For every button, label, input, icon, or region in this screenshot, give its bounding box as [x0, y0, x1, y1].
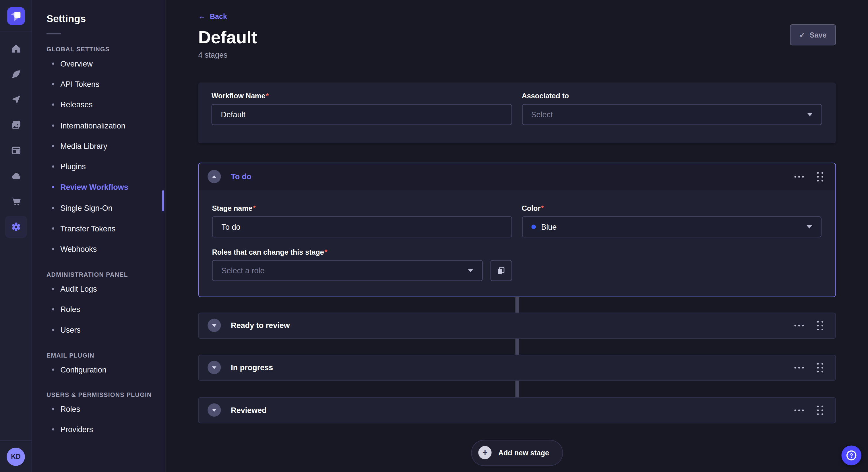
sidebar-item-up-roles[interactable]: Roles [46, 399, 165, 419]
sidebar-item-admin-roles[interactable]: Roles [46, 299, 165, 320]
sidebar-item-internationalization[interactable]: Internationalization [46, 115, 165, 136]
section-users-permissions-plugin: USERS & PERMISSIONS PLUGIN Roles Provide… [46, 392, 165, 440]
sidebar-item-admin-users[interactable]: Users [46, 319, 165, 340]
back-link[interactable]: ← Back [198, 11, 227, 22]
more-options-icon[interactable] [794, 173, 804, 179]
logo-section [0, 0, 32, 32]
sidebar-item-up-providers[interactable]: Providers [46, 419, 165, 440]
sidebar-scrollbar-thumb[interactable] [162, 191, 164, 211]
stage-roles-field: Roles that can change this stage* Select… [212, 248, 512, 281]
bullet-icon [52, 103, 54, 106]
section-email-plugin: EMAIL PLUGIN Configuration [46, 352, 165, 380]
settings-gear-icon[interactable] [5, 216, 27, 238]
required-asterisk: * [541, 204, 544, 212]
more-options-icon[interactable] [794, 407, 804, 413]
plus-icon: + [478, 446, 492, 459]
bullet-icon [52, 248, 54, 250]
associated-to-label: Associated to [522, 92, 822, 100]
rail-footer: KD [0, 440, 32, 472]
sidebar-item-email-configuration[interactable]: Configuration [46, 359, 165, 380]
chevron-up-icon [212, 175, 216, 178]
sidebar-item-plugins[interactable]: Plugins [46, 156, 165, 177]
page-title: Default [198, 27, 836, 47]
expand-toggle-button[interactable] [208, 403, 221, 417]
stage-actions [794, 362, 824, 373]
add-new-stage-button[interactable]: + Add new stage [471, 440, 563, 466]
stage-name-label: Stage name* [212, 204, 512, 212]
chevron-down-icon [212, 324, 216, 327]
marketplace-cart-icon[interactable] [5, 191, 27, 212]
stage-form: Stage name* Color* Blue [198, 190, 835, 296]
stage-roles-select[interactable]: Select a role [212, 260, 483, 281]
save-button[interactable]: ✓ Save [790, 24, 836, 45]
associated-to-field: Associated to Select [522, 92, 822, 143]
help-button[interactable]: ? [841, 445, 861, 465]
stage-title: In progress [231, 363, 794, 372]
stage-color-field: Color* Blue [522, 204, 822, 237]
chevron-down-icon [212, 366, 216, 369]
workflow-name-field: Workflow Name* [212, 92, 512, 143]
expand-toggle-button[interactable] [208, 361, 221, 374]
bullet-icon [52, 207, 54, 209]
associated-to-select[interactable]: Select [522, 104, 822, 125]
chevron-down-icon [212, 409, 216, 411]
duplicate-roles-button[interactable] [490, 260, 512, 281]
sidebar-divider [46, 33, 61, 34]
section-header: GLOBAL SETTINGS [46, 46, 165, 53]
paper-plane-icon[interactable] [5, 89, 27, 111]
expand-toggle-button[interactable] [208, 318, 221, 332]
bullet-icon [52, 145, 54, 147]
sidebar-item-transfer-tokens[interactable]: Transfer Tokens [46, 218, 165, 239]
more-options-icon[interactable] [794, 322, 804, 328]
content-manager-icon[interactable] [5, 139, 27, 162]
bullet-icon [52, 429, 54, 431]
stage-title: To do [231, 172, 794, 181]
back-arrow-icon: ← [198, 12, 205, 20]
drag-handle-icon[interactable] [816, 362, 825, 373]
sidebar-item-api-tokens[interactable]: API Tokens [46, 74, 165, 94]
collapse-toggle-button[interactable] [208, 170, 221, 183]
chevron-down-icon [807, 225, 812, 228]
sidebar-item-media-library[interactable]: Media Library [46, 136, 165, 156]
stage-card-ready-to-review[interactable]: Ready to review [198, 312, 836, 338]
drag-handle-icon[interactable] [816, 171, 825, 182]
stage-accordion-header[interactable]: To do [198, 163, 835, 190]
stage-title: Ready to review [231, 321, 794, 330]
drag-handle-icon[interactable] [816, 319, 825, 331]
workflow-name-input[interactable] [212, 104, 512, 125]
bullet-icon [52, 408, 54, 410]
stage-actions [794, 319, 824, 331]
strapi-logo-glyph [7, 7, 25, 25]
drag-handle-icon[interactable] [816, 404, 825, 416]
avatar[interactable]: KD [7, 447, 25, 466]
main-nav-rail: KD [0, 0, 32, 472]
home-icon[interactable] [5, 38, 27, 60]
stage-color-select[interactable]: Blue [522, 216, 822, 237]
sidebar-item-audit-logs[interactable]: Audit Logs [46, 278, 165, 299]
media-library-icon[interactable] [5, 114, 27, 136]
cloud-icon[interactable] [5, 165, 27, 187]
feather-icon[interactable] [5, 63, 27, 85]
main-content: ← Back Default 4 stages ✓ Save Workflow … [166, 0, 868, 472]
stage-connector-line [515, 297, 519, 312]
more-options-icon[interactable] [794, 365, 804, 370]
sidebar-item-releases[interactable]: Releases [46, 94, 165, 115]
required-asterisk: * [253, 204, 256, 212]
stage-color-label: Color* [522, 204, 822, 212]
sidebar-item-single-sign-on[interactable]: Single Sign-On [46, 198, 165, 218]
required-asterisk: * [266, 92, 269, 100]
sidebar-item-overview[interactable]: Overview [46, 53, 165, 74]
bullet-icon [52, 83, 54, 85]
check-icon: ✓ [799, 31, 805, 39]
color-swatch-blue [531, 224, 535, 229]
strapi-logo[interactable] [7, 7, 25, 25]
sidebar-title: Settings [46, 13, 165, 25]
stage-name-input[interactable] [212, 216, 512, 237]
stage-card-in-progress[interactable]: In progress [198, 355, 836, 380]
bullet-icon [52, 124, 54, 127]
section-global-settings: GLOBAL SETTINGS Overview API Tokens Rele… [46, 46, 165, 260]
sidebar-item-webhooks[interactable]: Webhooks [46, 239, 165, 260]
section-header: USERS & PERMISSIONS PLUGIN [46, 392, 165, 398]
stage-card-reviewed[interactable]: Reviewed [198, 397, 836, 423]
sidebar-item-review-workflows[interactable]: Review Workflows [46, 177, 165, 198]
